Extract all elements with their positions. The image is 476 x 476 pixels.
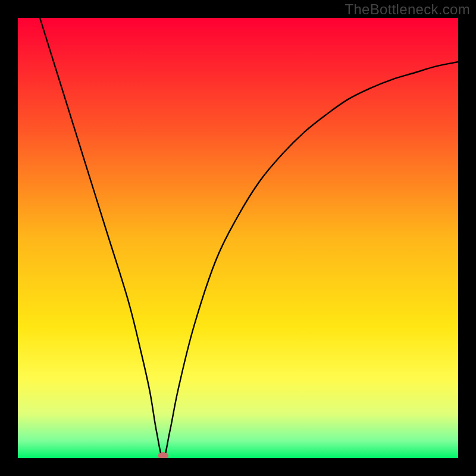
curve-layer	[18, 18, 458, 458]
chart-frame: TheBottleneck.com	[0, 0, 476, 476]
plot-area	[18, 18, 458, 458]
watermark-text: TheBottleneck.com	[345, 1, 470, 18]
bottleneck-curve	[40, 18, 458, 458]
minimum-marker	[158, 452, 168, 458]
